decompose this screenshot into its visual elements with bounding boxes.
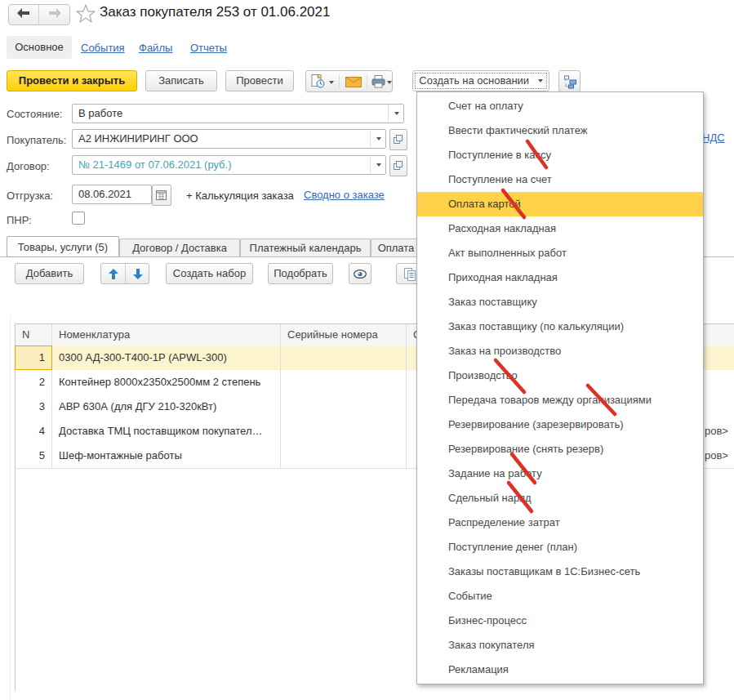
tab-events[interactable]: События xyxy=(81,42,125,54)
forward-button[interactable] xyxy=(39,5,69,25)
section-tab-1[interactable]: Договор / Доставка xyxy=(119,239,240,257)
content-cell-fragment: ров> xyxy=(705,419,728,444)
serial-numbers-cell[interactable] xyxy=(281,346,407,370)
order-summary-link[interactable]: Сводно о заказе xyxy=(304,189,385,201)
dropdown-arrow-icon[interactable] xyxy=(387,81,392,84)
copy-icon xyxy=(404,268,416,281)
menu-item-6[interactable]: Акт выполненных работ xyxy=(417,241,703,265)
shipment-date-value: 08.06.2021 xyxy=(78,188,131,200)
shipment-date-field[interactable]: 08.06.2021 xyxy=(72,185,152,204)
create-based-on-button[interactable]: Создать на основании xyxy=(412,70,549,91)
serial-numbers-cell[interactable] xyxy=(281,444,407,468)
menu-item-10[interactable]: Заказ на производство xyxy=(417,339,703,363)
combo-arrow-icon[interactable] xyxy=(376,163,381,167)
post-button[interactable]: Провести xyxy=(225,70,294,91)
menu-item-5[interactable]: Расходная накладная xyxy=(417,216,703,241)
menu-item-14[interactable]: Резервирование (снять резерв) xyxy=(417,437,703,461)
tab-reports[interactable]: Отчеты xyxy=(190,42,227,54)
row-number-cell[interactable]: 3 xyxy=(16,395,52,419)
menu-item-20[interactable]: Событие xyxy=(417,584,703,609)
add-row-button[interactable]: Добавить xyxy=(15,263,84,284)
menu-item-15[interactable]: Задание на работу xyxy=(417,461,703,486)
menu-item-23[interactable]: Рекламация xyxy=(417,658,703,682)
section-tab-3[interactable]: Оплата xyxy=(371,239,421,257)
move-down-button[interactable] xyxy=(126,264,150,283)
status-value: В работе xyxy=(78,107,122,119)
menu-item-9[interactable]: Заказ поставщику (по калькуляции) xyxy=(417,314,703,339)
menu-item-4[interactable]: Оплата картой xyxy=(417,192,703,216)
mail-icon[interactable] xyxy=(345,77,362,87)
tab-main[interactable]: Основное xyxy=(7,36,72,59)
panel-divider xyxy=(10,315,11,700)
column-header[interactable]: N xyxy=(16,324,52,346)
contract-open-button[interactable] xyxy=(389,155,407,176)
document-schedule-icon[interactable] xyxy=(311,74,325,88)
content-cell-fragment: ров> xyxy=(705,444,728,468)
combo-arrow-icon[interactable] xyxy=(394,112,399,115)
move-down-icon xyxy=(133,269,143,279)
section-tab-0[interactable]: Товары, услуги (5) xyxy=(7,236,119,257)
row-number-cell[interactable]: 5 xyxy=(16,444,52,468)
pick-button[interactable]: Подобрать xyxy=(268,263,333,284)
document-actions-group xyxy=(305,70,393,92)
tab-files[interactable]: Файлы xyxy=(139,42,172,54)
menu-item-18[interactable]: Поступление денег (план) xyxy=(417,535,703,560)
status-field[interactable]: В работе xyxy=(72,104,404,123)
pnr-checkbox[interactable] xyxy=(72,212,85,225)
nomenclature-cell[interactable]: Доставка ТМЦ поставщиком покупател… xyxy=(52,419,281,444)
contract-field[interactable]: № 21-1469 от 07.06.2021 (руб.) xyxy=(72,155,386,175)
related-documents-icon xyxy=(563,75,577,89)
pnr-label: ПНР: xyxy=(7,214,32,226)
move-up-button[interactable] xyxy=(101,264,126,283)
open-form-icon xyxy=(394,161,403,170)
serial-numbers-cell[interactable] xyxy=(281,395,407,419)
post-and-close-button[interactable]: Провести и закрыть xyxy=(7,70,137,91)
menu-item-13[interactable]: Резервирование (зарезервировать) xyxy=(417,412,703,437)
open-form-icon xyxy=(394,135,403,144)
forward-arrow-icon xyxy=(47,8,62,18)
customer-open-button[interactable] xyxy=(389,129,407,150)
create-set-button[interactable]: Создать набор xyxy=(166,263,253,284)
back-arrow-icon xyxy=(16,8,31,18)
nomenclature-cell[interactable]: Контейнер 8000х2350х2500мм 2 степень xyxy=(52,370,281,395)
related-documents-button[interactable] xyxy=(558,70,581,92)
customer-field[interactable]: А2 ИНЖИНИРИНГ ООО xyxy=(72,129,386,149)
menu-item-0[interactable]: Счет на оплату xyxy=(417,94,703,118)
menu-item-7[interactable]: Приходная накладная xyxy=(417,265,703,290)
nomenclature-cell[interactable]: АВР 630А (для ДГУ 210-320кВт) xyxy=(52,395,281,419)
menu-item-1[interactable]: Ввести фактический платеж xyxy=(417,118,703,143)
nomenclature-cell[interactable]: Шеф-монтажные работы xyxy=(52,444,281,468)
view-mode-button[interactable] xyxy=(349,263,371,284)
move-up-icon xyxy=(109,269,118,279)
menu-item-3[interactable]: Поступление на счет xyxy=(417,167,703,192)
eye-icon xyxy=(354,270,367,279)
nomenclature-cell[interactable]: 0300 АД-300-Т400-1Р (APWL-300) xyxy=(52,346,281,370)
print-icon[interactable] xyxy=(371,75,385,88)
menu-item-11[interactable]: Производство xyxy=(417,363,703,388)
order-calculation-text[interactable]: + Калькуляция заказа xyxy=(186,189,294,202)
customer-value: А2 ИНЖИНИРИНГ ООО xyxy=(78,132,198,145)
section-tab-2[interactable]: Платежный календарь xyxy=(240,239,371,257)
dropdown-arrow-icon[interactable] xyxy=(329,81,334,84)
menu-item-22[interactable]: Заказ покупателя xyxy=(417,633,703,658)
menu-item-17[interactable]: Распределение затрат xyxy=(417,511,703,535)
column-header[interactable]: Номенклатура xyxy=(52,324,281,346)
save-button[interactable]: Записать xyxy=(145,70,217,91)
serial-numbers-cell[interactable] xyxy=(281,370,407,395)
column-header[interactable]: Серийные номера xyxy=(281,324,407,346)
menu-item-12[interactable]: Передача товаров между организациями xyxy=(417,388,703,412)
page-title: Заказ покупателя 253 от 01.06.2021 xyxy=(100,4,330,20)
calendar-button[interactable] xyxy=(152,185,171,206)
menu-item-8[interactable]: Заказ поставщику xyxy=(417,290,703,314)
favorite-star-icon[interactable] xyxy=(75,3,96,25)
menu-item-19[interactable]: Заказы поставщикам в 1С:Бизнес-сеть xyxy=(417,560,703,584)
serial-numbers-cell[interactable] xyxy=(281,419,407,444)
menu-item-16[interactable]: Сдельный наряд xyxy=(417,486,703,511)
menu-item-21[interactable]: Бизнес-процесс xyxy=(417,609,703,633)
back-button[interactable] xyxy=(9,5,39,25)
create-based-on-menu: Счет на оплатуВвести фактический платежП… xyxy=(416,91,704,684)
menu-item-2[interactable]: Поступление в кассу xyxy=(417,143,703,167)
row-number-cell[interactable]: 2 xyxy=(16,370,52,395)
combo-arrow-icon[interactable] xyxy=(376,137,381,140)
row-number-cell[interactable]: 4 xyxy=(16,419,52,444)
